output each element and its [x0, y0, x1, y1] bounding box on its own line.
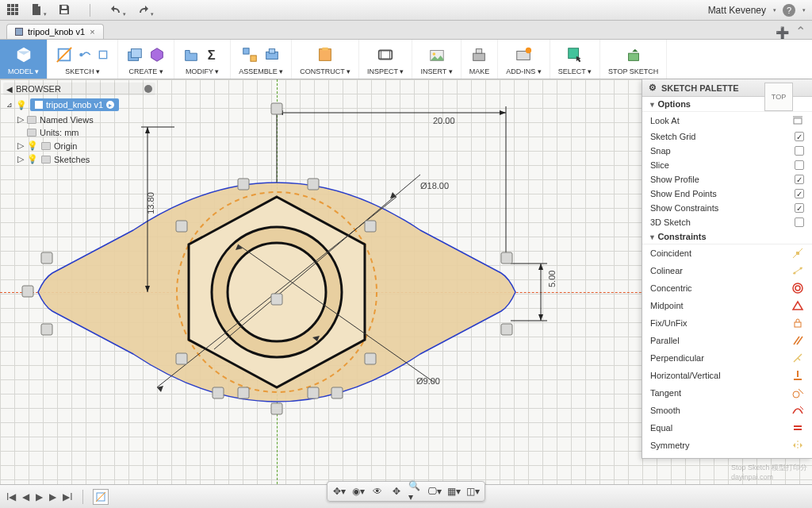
- dim-dia-circ[interactable]: Ø9.00: [416, 376, 440, 386]
- svg-rect-47: [238, 179, 249, 190]
- ribbon-construct[interactable]: CONSTRUCT ▾: [292, 40, 359, 79]
- palette-option-slice[interactable]: Slice: [642, 158, 812, 172]
- svg-point-72: [795, 286, 800, 291]
- browser-named-views[interactable]: ▷Named Views: [3, 113, 155, 126]
- svg-rect-15: [132, 48, 142, 57]
- palette-option-show-constraints[interactable]: Show Constraints✓: [642, 201, 812, 215]
- perp-icon: [791, 352, 804, 364]
- eq-icon: [791, 421, 804, 434]
- svg-rect-49: [501, 252, 512, 264]
- redo-icon[interactable]: ▾: [137, 3, 154, 17]
- svg-rect-63: [271, 294, 282, 305]
- ribbon-model[interactable]: MODEL ▾: [0, 40, 48, 79]
- checkbox-icon[interactable]: ✓: [795, 203, 804, 213]
- ribbon-addins[interactable]: ADD-INS ▾: [498, 40, 550, 79]
- palette-option--d-sketch[interactable]: 3D Sketch: [642, 215, 812, 229]
- document-tab[interactable]: tripod_knob v1 ×: [6, 24, 104, 39]
- constraint-fix-unfix[interactable]: Fix/UnFix: [642, 314, 812, 332]
- ribbon-modify[interactable]: Σ MODIFY ▾: [174, 40, 231, 79]
- constraint-concentric[interactable]: Concentric: [642, 279, 812, 297]
- save-icon[interactable]: [58, 3, 71, 17]
- ribbon-inspect[interactable]: INSPECT ▾: [359, 40, 412, 79]
- dim-width[interactable]: 20.00: [433, 116, 455, 125]
- constraint-parallel[interactable]: Parallel: [642, 332, 812, 349]
- zoom-icon[interactable]: 🔍▾: [408, 484, 423, 498]
- checkbox-icon[interactable]: [795, 160, 804, 170]
- tl-first-icon[interactable]: I◀: [6, 491, 16, 502]
- svg-point-12: [79, 52, 83, 56]
- smo-icon: [791, 404, 804, 417]
- undo-icon[interactable]: ▾: [109, 3, 126, 17]
- palette-option-sketch-grid[interactable]: Sketch Grid✓: [642, 129, 812, 144]
- home-view-icon[interactable]: ✥▾: [332, 484, 347, 498]
- view-cube[interactable]: TOP: [764, 83, 793, 111]
- coin-icon: [791, 247, 804, 260]
- browser-toggle-icon[interactable]: [144, 85, 152, 93]
- palette-option-show-end-points[interactable]: Show End Points✓: [642, 187, 812, 201]
- display-icon[interactable]: 🖵▾: [427, 484, 442, 498]
- dim-dia-hex[interactable]: Ø18.00: [420, 181, 449, 190]
- svg-point-29: [526, 47, 531, 52]
- palette-option-snap[interactable]: Snap: [642, 144, 812, 158]
- file-menu-icon[interactable]: ▾: [30, 3, 47, 17]
- grid-view-icon[interactable]: ▦▾: [446, 484, 461, 498]
- tan-icon: [791, 387, 804, 399]
- ribbon-select[interactable]: SELECT ▾: [550, 40, 600, 79]
- constraint-smooth[interactable]: Smooth: [642, 402, 812, 419]
- viewports-icon[interactable]: ◫▾: [465, 484, 480, 498]
- pan-icon[interactable]: ✥: [389, 484, 404, 498]
- dim-side[interactable]: 5.00: [547, 271, 557, 287]
- checkbox-icon[interactable]: ✓: [795, 132, 804, 141]
- ribbon-create[interactable]: CREATE ▾: [118, 40, 174, 79]
- ribbon-stop-sketch[interactable]: STOP SKETCH: [600, 40, 667, 79]
- svg-rect-59: [238, 387, 249, 398]
- help-icon[interactable]: ?: [783, 4, 795, 17]
- tl-play-icon[interactable]: ▶: [36, 491, 43, 502]
- browser-root[interactable]: ⊿💡 tripod_knob v1▸: [3, 97, 155, 113]
- checkbox-icon[interactable]: ✓: [795, 175, 804, 184]
- ribbon-assemble[interactable]: ASSEMBLE ▾: [231, 40, 292, 79]
- close-tab-icon[interactable]: ×: [90, 27, 94, 37]
- orbit-icon[interactable]: ◉▾: [351, 484, 366, 498]
- checkbox-icon[interactable]: [795, 217, 804, 227]
- constraint-perpendicular[interactable]: Perpendicular: [642, 349, 812, 367]
- browser-units[interactable]: Units: mm: [3, 126, 155, 139]
- ribbon-insert[interactable]: INSERT ▾: [412, 40, 461, 79]
- palette-option-show-profile[interactable]: Show Profile✓: [642, 172, 812, 187]
- palette-option-look-at[interactable]: Look At: [642, 112, 812, 129]
- tabbar-up-icon[interactable]: ⌃: [795, 24, 806, 39]
- palette-constraints-header[interactable]: Constraints: [642, 229, 812, 244]
- ribbon-sketch[interactable]: SKETCH ▾: [48, 40, 118, 79]
- ribbon-make[interactable]: MAKE: [462, 40, 499, 79]
- tl-feature-sketch-icon[interactable]: [93, 489, 109, 505]
- svg-rect-60: [308, 387, 319, 398]
- svg-rect-1: [11, 4, 14, 7]
- grid-menu-icon[interactable]: [6, 3, 19, 17]
- constraint-tangent[interactable]: Tangent: [642, 384, 812, 402]
- svg-rect-20: [270, 48, 275, 52]
- browser-sketches[interactable]: ▷💡Sketches: [3, 152, 155, 166]
- dim-height[interactable]: 13.80: [146, 192, 155, 214]
- constraint-coincident[interactable]: Coincident: [642, 244, 812, 262]
- tl-prev-icon[interactable]: ◀: [22, 491, 29, 502]
- nav-toolbar: ✥▾ ◉▾ 👁 ✥ 🔍▾ 🖵▾ ▦▾ ◫▾: [327, 481, 485, 502]
- svg-rect-48: [308, 179, 319, 190]
- constraint-horizontal-vertical[interactable]: Horizontal/Vertical: [642, 367, 812, 384]
- constraint-colinear[interactable]: Colinear: [642, 262, 812, 279]
- lookat-icon[interactable]: 👁: [370, 484, 385, 498]
- tl-next-icon[interactable]: ▶: [49, 491, 56, 502]
- tl-last-icon[interactable]: ▶I: [63, 491, 72, 502]
- constraint-symmetry[interactable]: Symmetry: [642, 437, 812, 454]
- browser-origin[interactable]: ▷💡Origin: [3, 139, 155, 152]
- constraint-midpoint[interactable]: Midpoint: [642, 297, 812, 314]
- expand-tabs-icon[interactable]: ➕: [776, 26, 789, 39]
- browser-header[interactable]: ◀ BROWSER: [3, 83, 155, 95]
- system-menu-bar: ▾ ▾ ▾ Matt Keveney▾ ?▾: [0, 0, 812, 21]
- svg-line-85: [96, 492, 105, 502]
- user-name[interactable]: Matt Keveney: [708, 5, 766, 16]
- svg-rect-56: [176, 353, 187, 364]
- svg-rect-50: [501, 324, 512, 335]
- checkbox-icon[interactable]: [795, 146, 804, 156]
- constraint-equal[interactable]: Equal: [642, 419, 812, 437]
- checkbox-icon[interactable]: ✓: [795, 189, 804, 198]
